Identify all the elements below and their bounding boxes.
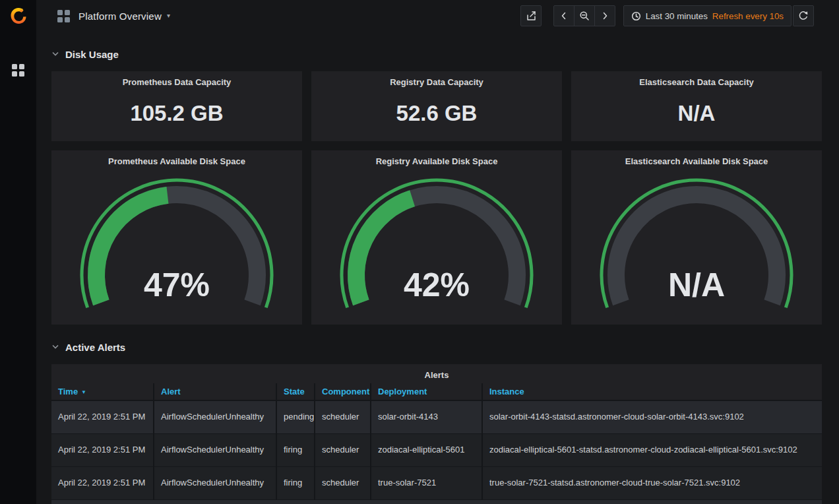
row-toggle-disk-usage[interactable]: Disk Usage: [51, 46, 822, 62]
page-title: Platform Overview: [78, 11, 162, 22]
alerts-table: Time▼ Alert State Component Deployment I…: [51, 383, 822, 504]
grafana-dashboard: { "navbar": { "title": "Platform Overvie…: [0, 0, 839, 504]
chevron-down-icon: [51, 51, 59, 57]
column-header-alert[interactable]: Alert: [154, 383, 276, 400]
time-picker-button[interactable]: Last 30 minutes Refresh every 10s: [623, 5, 792, 26]
clock-icon: [631, 11, 641, 21]
navbar: Platform Overview ▾: [36, 0, 839, 32]
row-toggle-active-alerts[interactable]: Active Alerts: [51, 339, 822, 355]
panel-title[interactable]: Registry Data Capacity: [311, 71, 562, 90]
cell-component: scheduler: [315, 466, 371, 499]
row-title-disk-usage: Disk Usage: [65, 49, 119, 60]
stat-value: N/A: [571, 90, 822, 141]
cell-instance: solar-orbit-4143-statsd.astronomer-cloud…: [482, 400, 822, 433]
disk-usage-panels: Prometheus Data Capacity 105.2 GB Regist…: [51, 71, 822, 325]
row-title-active-alerts: Active Alerts: [65, 342, 125, 353]
cell-state: firing: [276, 433, 315, 466]
gauge-value: 47%: [144, 267, 210, 303]
dashboard-title-dropdown[interactable]: Platform Overview ▾: [78, 11, 170, 22]
stat-panel-prometheus-capacity: Prometheus Data Capacity 105.2 GB: [51, 71, 302, 141]
cell-alert: AirflowSchedulerUnhealthy: [154, 466, 276, 499]
panel-title[interactable]: Elasticsearch Available Disk Space: [571, 150, 822, 170]
cell-time: April 22, 2019 2:51 PM: [51, 433, 154, 466]
cell-state: pending: [276, 400, 315, 433]
table-row: April 22, 2019 2:51 PM AirflowSchedulerU…: [51, 433, 822, 466]
panel-title[interactable]: Prometheus Available Disk Space: [51, 150, 302, 170]
column-header-deployment[interactable]: Deployment: [371, 383, 482, 400]
cell-component: scheduler: [315, 433, 371, 466]
share-icon: [526, 11, 536, 21]
navbar-right: Last 30 minutes Refresh every 10s: [520, 5, 814, 26]
dashboard-content: Disk Usage Prometheus Data Capacity 105.…: [36, 46, 839, 504]
gauge-chart: 47%: [78, 176, 276, 319]
navbar-left: Platform Overview ▾: [57, 10, 170, 22]
column-header-time[interactable]: Time▼: [51, 383, 154, 400]
column-header-instance[interactable]: Instance: [482, 383, 822, 400]
cell-instance: true-solar-7521-statsd.astronomer-cloud-…: [482, 466, 822, 499]
zoom-out-icon: [579, 11, 590, 21]
dashboards-icon[interactable]: [12, 64, 24, 77]
chevron-left-icon: [559, 11, 569, 21]
alerts-table-panel: Alerts Time▼ Alert State Component Deplo…: [51, 364, 822, 504]
cell-deployment: solar-orbit-4143: [371, 400, 482, 433]
cell-alert: AirflowSchedulerUnhealthy: [154, 400, 276, 433]
chevron-down-icon: [51, 344, 59, 350]
gauge-chart: 42%: [338, 176, 536, 319]
gauge-panel-elasticsearch-disk: Elasticsearch Available Disk Space N/A: [571, 150, 822, 325]
refresh-interval-label: Refresh every 10s: [712, 11, 784, 21]
stat-panel-registry-capacity: Registry Data Capacity 52.6 GB: [311, 71, 562, 141]
stat-value: 52.6 GB: [311, 90, 562, 141]
table-row: April 22, 2019 2:51 PM AirflowSchedulerU…: [51, 466, 822, 499]
stat-value: 105.2 GB: [51, 90, 302, 141]
panel-title[interactable]: Alerts: [51, 364, 822, 383]
cell-state: firing: [276, 466, 315, 499]
cell-deployment: true-solar-7521: [371, 466, 482, 499]
gauge-value: 42%: [404, 267, 470, 303]
refresh-icon: [798, 11, 809, 21]
cell-time: April 22, 2019 2:51 PM: [51, 466, 154, 499]
gauge-chart: N/A: [598, 176, 795, 319]
time-back-button[interactable]: [553, 5, 575, 26]
cell-deployment: zodiacal-elliptical-5601: [371, 433, 482, 466]
column-header-state[interactable]: State: [276, 383, 315, 400]
panel-title[interactable]: Elasticsearch Data Capacity: [571, 71, 822, 90]
sidebar: [0, 0, 36, 504]
table-header-row: Time▼ Alert State Component Deployment I…: [51, 383, 822, 400]
time-forward-button[interactable]: [594, 5, 615, 26]
cell-alert: AirflowSchedulerUnhealthy: [154, 433, 276, 466]
cell-instance: zodiacal-elliptical-5601-statsd.astronom…: [482, 433, 822, 466]
table-row: April 22, 2019 2:51 PM AirflowSchedulerU…: [51, 400, 822, 433]
panel-title[interactable]: Prometheus Data Capacity: [51, 71, 302, 90]
time-shift-group: [553, 5, 615, 26]
table-row-clipped: [51, 499, 822, 504]
cell-time: April 22, 2019 2:51 PM: [51, 400, 154, 433]
panel-title[interactable]: Registry Available Disk Space: [311, 150, 562, 170]
gauge-panel-registry-disk: Registry Available Disk Space 42%: [311, 150, 562, 325]
gauge-value: N/A: [668, 267, 725, 303]
time-range-label: Last 30 minutes: [646, 11, 708, 21]
gauge-panel-prometheus-disk: Prometheus Available Disk Space 47%: [51, 150, 302, 325]
dashboard-grid-icon: [57, 10, 70, 22]
cell-component: scheduler: [315, 400, 371, 433]
share-button[interactable]: [520, 5, 542, 26]
zoom-out-button[interactable]: [574, 5, 595, 26]
refresh-button[interactable]: [793, 5, 814, 26]
grafana-logo-icon[interactable]: [8, 6, 29, 27]
column-header-component[interactable]: Component: [315, 383, 371, 400]
chevron-down-icon: ▾: [167, 13, 170, 19]
sort-desc-icon: ▼: [81, 389, 86, 395]
stat-panel-elasticsearch-capacity: Elasticsearch Data Capacity N/A: [571, 71, 822, 141]
chevron-right-icon: [600, 11, 610, 21]
